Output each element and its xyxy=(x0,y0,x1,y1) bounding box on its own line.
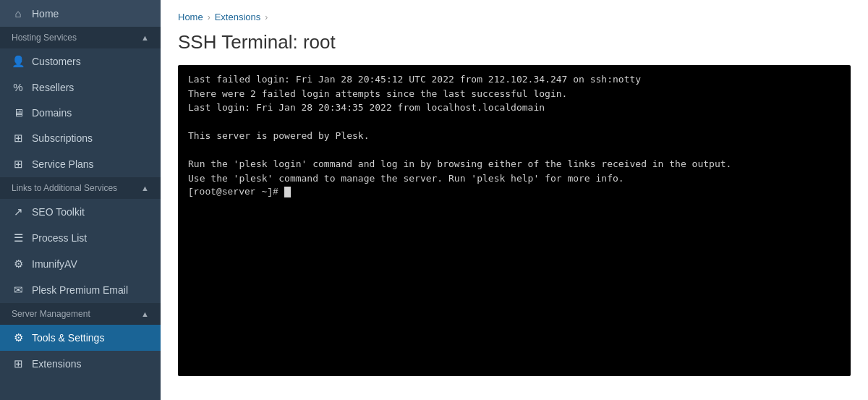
sidebar-item-subscriptions[interactable]: ⊞ Subscriptions xyxy=(0,125,161,151)
chevron-up-icon: ▲ xyxy=(141,33,149,42)
plesk-email-icon: ✉ xyxy=(12,284,25,297)
sidebar-item-service-plans[interactable]: ⊞ Service Plans xyxy=(0,151,161,177)
extensions-icon: ⊞ xyxy=(12,357,25,370)
resellers-icon: % xyxy=(12,81,25,93)
domains-icon: 🖥 xyxy=(12,106,25,119)
sidebar-item-resellers[interactable]: % Resellers xyxy=(0,75,161,100)
sidebar-item-tools-settings[interactable]: ⚙ Tools & Settings xyxy=(0,325,161,351)
sidebar-item-domains[interactable]: 🖥 Domains xyxy=(0,100,161,125)
home-icon: ⌂ xyxy=(12,7,25,20)
process-list-icon: ☰ xyxy=(12,231,25,244)
content-area: Home › Extensions › SSH Terminal: root L… xyxy=(161,0,868,400)
terminal-output: Last failed login: Fri Jan 28 20:45:12 U… xyxy=(188,72,841,185)
customers-icon: 👤 xyxy=(12,55,25,68)
seo-toolkit-icon: ↗ xyxy=(12,205,25,218)
breadcrumb-home[interactable]: Home xyxy=(178,12,203,22)
sidebar-item-seo-toolkit[interactable]: ↗ SEO Toolkit xyxy=(0,199,161,225)
terminal-wrapper: Last failed login: Fri Jan 28 20:45:12 U… xyxy=(178,65,851,376)
sidebar-home-label: Home xyxy=(32,8,59,20)
terminal[interactable]: Last failed login: Fri Jan 28 20:45:12 U… xyxy=(178,65,851,376)
breadcrumb-sep-2: › xyxy=(265,12,268,22)
imunifyav-icon: ⚙ xyxy=(12,258,25,271)
hosting-section-label: Hosting Services xyxy=(12,33,77,43)
breadcrumb: Home › Extensions › xyxy=(178,12,851,22)
sidebar-section-additional[interactable]: Links to Additional Services ▲ xyxy=(0,177,161,199)
sidebar-item-home[interactable]: ⌂ Home xyxy=(0,0,161,27)
sidebar-item-customers[interactable]: 👤 Customers xyxy=(0,48,161,75)
main-content: Home › Extensions › SSH Terminal: root L… xyxy=(161,0,868,400)
subscriptions-icon: ⊞ xyxy=(12,132,25,145)
breadcrumb-extensions[interactable]: Extensions xyxy=(215,12,261,22)
sidebar-item-process-list[interactable]: ☰ Process List xyxy=(0,225,161,251)
terminal-cursor xyxy=(284,187,291,197)
sidebar-item-imunifyav[interactable]: ⚙ ImunifyAV xyxy=(0,251,161,277)
terminal-prompt: [root@server ~]# xyxy=(188,187,284,197)
sidebar-item-plesk-premium-email[interactable]: ✉ Plesk Premium Email xyxy=(0,277,161,303)
sidebar-section-server-management[interactable]: Server Management ▲ xyxy=(0,303,161,325)
page-title: SSH Terminal: root xyxy=(178,31,851,54)
chevron-up-icon-2: ▲ xyxy=(141,184,149,192)
sidebar: ⌂ Home Hosting Services ▲ 👤 Customers % … xyxy=(0,0,161,400)
breadcrumb-sep-1: › xyxy=(208,12,210,22)
sidebar-item-extensions[interactable]: ⊞ Extensions xyxy=(0,351,161,377)
chevron-up-icon-3: ▲ xyxy=(141,310,149,318)
sidebar-section-hosting[interactable]: Hosting Services ▲ xyxy=(0,27,161,48)
additional-section-label: Links to Additional Services xyxy=(12,183,117,193)
service-plans-icon: ⊞ xyxy=(12,158,25,171)
server-management-label: Server Management xyxy=(12,309,90,319)
tools-settings-icon: ⚙ xyxy=(12,331,25,344)
